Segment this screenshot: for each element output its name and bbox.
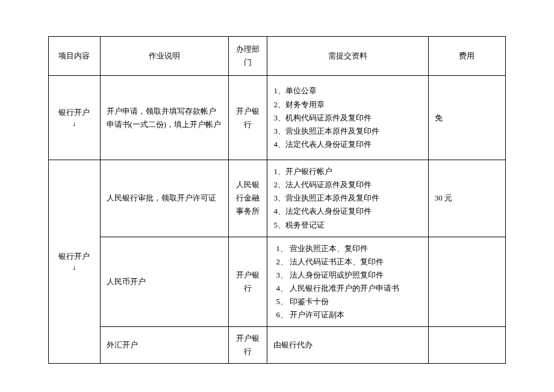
procedure-table: 项目内容 作业说明 办理部门 需提交资料 费用 银行开户 ↓ 开户申请，领取并填… xyxy=(48,36,506,364)
cell-documents: 1、 营业执照正本、复印件 2、 法人代码证书正本、复印件 3、 法人身份证明或… xyxy=(267,237,428,327)
project-text: 银行开户 ↓ xyxy=(58,108,90,128)
table-header-row: 项目内容 作业说明 办理部门 需提交资料 费用 xyxy=(49,37,506,76)
cell-fee: 免 xyxy=(428,76,505,160)
header-documents: 需提交资料 xyxy=(267,37,428,76)
documents-list: 1、开户银行帐户 2、法人代码证原件及复印件 3、营业执照正本原件及复印件 4、… xyxy=(273,165,422,231)
cell-fee xyxy=(428,237,505,327)
cell-department: 开户银行 xyxy=(229,327,267,364)
cell-project: 银行开户 ↓ xyxy=(49,76,101,160)
cell-fee xyxy=(428,327,505,364)
cell-description: 人民币开户 xyxy=(100,237,229,327)
table-row: 外汇开户 开户银行 由银行代办 xyxy=(49,327,506,364)
cell-description: 人民银行审批，领取开户许可证 xyxy=(100,160,229,237)
cell-department: 人民银行金融事务所 xyxy=(229,160,267,237)
cell-project: 银行开户 ↓ xyxy=(49,160,101,364)
project-text: 银行开户 ↓ xyxy=(58,252,90,272)
cell-description: 外汇开户 xyxy=(100,327,229,364)
cell-documents: 由银行代办 xyxy=(267,327,428,364)
cell-department: 开户银行 xyxy=(229,237,267,327)
cell-documents: 1、单位公章 2、财务专用章 3、机构代码证原件及复印件 3、营业执照正本原件及… xyxy=(267,76,428,160)
documents-list: 1、单位公章 2、财务专用章 3、机构代码证原件及复印件 3、营业执照正本原件及… xyxy=(273,84,422,151)
header-description: 作业说明 xyxy=(100,37,229,76)
table-row: 银行开户 ↓ 人民银行审批，领取开户许可证 人民银行金融事务所 1、开户银行帐户… xyxy=(49,160,506,237)
table-row: 银行开户 ↓ 开户申请，领取并填写存款帐户申请书(一式二份)，填上开户帐户 开户… xyxy=(49,76,506,160)
cell-description: 开户申请，领取并填写存款帐户申请书(一式二份)，填上开户帐户 xyxy=(100,76,229,160)
cell-fee: 30 元 xyxy=(428,160,505,237)
cell-documents: 1、开户银行帐户 2、法人代码证原件及复印件 3、营业执照正本原件及复印件 4、… xyxy=(267,160,428,237)
header-department: 办理部门 xyxy=(229,37,267,76)
documents-list: 1、 营业执照正本、复印件 2、 法人代码证书正本、复印件 3、 法人身份证明或… xyxy=(273,242,422,322)
header-project: 项目内容 xyxy=(49,37,101,76)
table-row: 人民币开户 开户银行 1、 营业执照正本、复印件 2、 法人代码证书正本、复印件… xyxy=(49,237,506,327)
header-fee: 费用 xyxy=(428,37,505,76)
cell-department: 开户银行 xyxy=(229,76,267,160)
